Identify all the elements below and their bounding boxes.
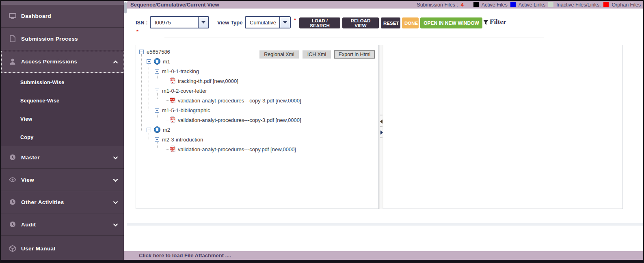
tree-node-sequence[interactable]: e5657586	[136, 47, 378, 57]
collapse-icon[interactable]	[155, 137, 159, 142]
tree-node-label: tracking-th.pdf [new,0000]	[178, 78, 238, 84]
isn-select[interactable]: I00975	[150, 16, 209, 28]
sidebar-top-strip	[1, 1, 124, 5]
tree-node-section[interactable]: m1-5-1-bibliographic	[136, 105, 378, 115]
sidebar-item-label: Access Permissions	[21, 59, 78, 65]
tree-node-file[interactable]: PDF validation-analyt-procedures---copy.…	[136, 144, 378, 154]
collapse-icon[interactable]	[147, 59, 151, 64]
sidebar-item-label: Dashboard	[21, 13, 51, 19]
filter-funnel-icon	[483, 19, 489, 25]
file-attachment-bar[interactable]: Click here to load File Attachment ....	[124, 251, 643, 260]
tree-node-module[interactable]: m2	[136, 125, 378, 135]
chevron-down-icon	[113, 221, 118, 228]
sidebar-item-label: Master	[21, 154, 40, 161]
done-button[interactable]: DONE	[402, 17, 419, 28]
tree-node-file[interactable]: PDF tracking-th.pdf [new,0000]	[136, 76, 378, 86]
sidebar-item-user-manual[interactable]: User Manual	[1, 236, 124, 261]
filter-label: Filter	[490, 18, 506, 26]
sidebar-subitem-submission-wise[interactable]: Submission-Wise	[1, 73, 124, 91]
sidebar-item-submission-process[interactable]: Submission Process	[1, 28, 124, 50]
detail-panel	[383, 45, 623, 209]
sidebar-item-view[interactable]: View	[1, 169, 124, 191]
main-content: Sequence/Cumulative/Current View Submiss…	[127, 1, 643, 262]
active-files-swatch	[473, 2, 479, 7]
tree-connector-corner	[165, 77, 169, 81]
chevron-up-icon	[113, 58, 118, 65]
collapse-icon[interactable]	[155, 89, 159, 93]
module-icon	[154, 58, 160, 65]
section-divider-band	[127, 223, 643, 226]
collapse-icon[interactable]	[155, 108, 159, 113]
module-icon	[154, 126, 160, 133]
sidebar-item-label: Audit	[21, 222, 36, 228]
document-icon	[9, 35, 16, 43]
subitem-label: View	[20, 116, 32, 122]
splitter-collapse-left-icon[interactable]	[380, 120, 383, 124]
required-marker: *	[136, 28, 138, 35]
sidebar-subitem-view[interactable]: View	[1, 110, 124, 128]
pdf-file-icon: PDF	[170, 97, 176, 104]
collapse-icon[interactable]	[147, 128, 151, 132]
collapse-icon[interactable]	[155, 69, 159, 74]
toolbar-divider	[164, 37, 544, 37]
dropdown-arrow-icon[interactable]	[279, 17, 290, 28]
reload-view-button[interactable]: RELOAD VIEW	[342, 17, 379, 28]
panel-top-line	[132, 42, 164, 42]
isn-select-value: I00975	[151, 20, 198, 26]
tree-node-module[interactable]: m1	[136, 57, 378, 66]
tree-node-label: m2-3-introduction	[162, 137, 203, 143]
tree-node-file[interactable]: PDF validation-analyt-procedures---copy-…	[136, 115, 378, 125]
cube-icon	[9, 245, 16, 252]
sidebar-subitem-copy[interactable]: Copy	[1, 128, 124, 146]
sidebar-item-dashboard[interactable]: Dashboard	[1, 5, 124, 28]
scrollbar-thumb[interactable]	[124, 2, 127, 13]
chevron-down-icon	[113, 176, 118, 183]
tree-node-file[interactable]: PDF validation-analyt-procedures---copy-…	[136, 96, 378, 105]
tree-node-label: validation-analyt-procedures---copy-3.pd…	[178, 117, 301, 123]
submission-tree: e5657586 m1 m1-0-1-tracking PDF tra	[136, 47, 378, 154]
tree-node-section[interactable]: m1-0-2-cover-letter	[136, 86, 378, 96]
active-links-swatch	[510, 2, 516, 7]
reset-button[interactable]: RESET	[381, 17, 400, 28]
tree-node-label: m1-0-1-tracking	[162, 68, 199, 74]
svg-text:PDF: PDF	[170, 117, 175, 120]
clock-icon	[9, 221, 16, 228]
legend-label: Active Files	[482, 2, 508, 8]
svg-text:PDF: PDF	[170, 98, 175, 100]
sidebar: Dashboard Submission Process Access Perm…	[1, 1, 124, 262]
collapse-icon[interactable]	[139, 50, 144, 54]
page-title: Sequence/Cumulative/Current View	[130, 1, 219, 9]
view-type-select-value: Cumulative	[246, 20, 279, 26]
view-type-select[interactable]: Cumulative	[245, 16, 291, 28]
submission-files-count: 4	[461, 2, 464, 8]
sidebar-item-label: View	[21, 177, 34, 183]
sidebar-item-master[interactable]: Master	[1, 146, 124, 169]
pdf-file-icon: PDF	[170, 116, 176, 124]
sidebar-item-other-activities[interactable]: Other Activities	[1, 191, 124, 213]
panel-splitter[interactable]	[379, 45, 383, 209]
load-search-button[interactable]: LOAD / SEARCH	[299, 17, 340, 28]
application-window: Dashboard Submission Process Access Perm…	[0, 0, 644, 263]
clock-icon	[9, 198, 16, 206]
page-header: Sequence/Cumulative/Current View Submiss…	[127, 1, 643, 9]
tree-node-section[interactable]: m1-0-1-tracking	[136, 66, 378, 76]
pdf-file-icon: PDF	[170, 77, 176, 85]
sidebar-subitem-sequence-wise[interactable]: Sequence-Wise	[1, 91, 124, 110]
sidebar-item-label: Other Activities	[21, 199, 64, 205]
chevron-down-icon	[113, 198, 118, 206]
sidebar-item-label: User Manual	[21, 246, 56, 252]
eye-icon	[9, 176, 16, 183]
tree-connector-corner	[165, 116, 169, 120]
sidebar-item-audit[interactable]: Audit	[1, 213, 124, 236]
open-in-new-window-button[interactable]: OPEN IN NEW WINDOW	[420, 17, 482, 28]
dropdown-arrow-icon[interactable]	[198, 17, 208, 28]
svg-text:PDF: PDF	[170, 147, 175, 149]
splitter-tick	[380, 115, 383, 115]
tree-node-label: m2	[163, 127, 170, 133]
filter-button[interactable]: Filter	[483, 18, 506, 26]
tree-node-section[interactable]: m2-3-introduction	[136, 135, 378, 144]
pdf-file-icon: PDF	[170, 146, 176, 153]
subitem-label: Sequence-Wise	[20, 98, 59, 104]
legend-label: Active Links	[519, 2, 546, 8]
sidebar-item-access-permissions[interactable]: Access Permissions	[1, 50, 124, 73]
